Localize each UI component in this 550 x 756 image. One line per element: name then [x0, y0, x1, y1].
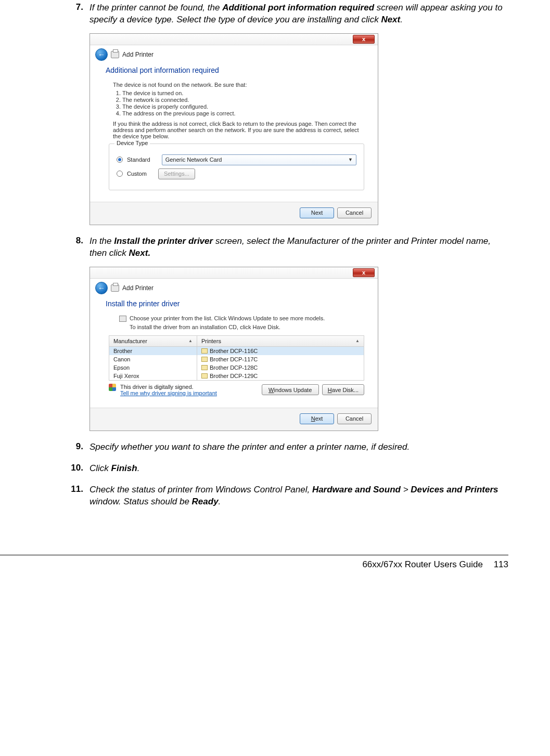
step-text: Click Finish.: [89, 463, 508, 475]
windows-update-button[interactable]: Windows Update: [262, 384, 319, 395]
page-number: 113: [494, 559, 508, 569]
dialog-breadcrumb: Add Printer: [122, 51, 154, 58]
next-button[interactable]: Next: [300, 413, 334, 424]
cancel-button[interactable]: Cancel: [337, 413, 372, 424]
step-number: 9.: [68, 441, 89, 452]
radio-standard-label: Standard: [127, 157, 150, 163]
device-type-group: Device Type Standard Generic Network Car…: [109, 144, 364, 190]
step-text: If the printer cannot be found, the Addi…: [89, 2, 508, 26]
list-item[interactable]: Brother DCP-116C: [197, 347, 364, 355]
cancel-button[interactable]: Cancel: [337, 207, 372, 218]
check-item: The network is connected.: [122, 97, 362, 103]
combo-value: Generic Network Card: [165, 157, 222, 163]
column-header-printers[interactable]: Printers▲: [197, 336, 364, 347]
list-item[interactable]: Epson: [109, 363, 197, 372]
list-item[interactable]: Brother DCP-117C: [197, 355, 364, 363]
have-disk-button[interactable]: Have Disk...: [322, 384, 364, 395]
settings-button[interactable]: Settings...: [158, 168, 195, 179]
footer-title: 66xx/67xx Router Users Guide: [362, 559, 483, 569]
standard-combo[interactable]: Generic Network Card ▼: [162, 154, 356, 165]
close-button[interactable]: x: [353, 35, 375, 44]
check-item: The device is turned on.: [122, 90, 362, 96]
printer-item-icon: [201, 348, 208, 354]
list-item[interactable]: Brother: [109, 347, 197, 355]
back-icon[interactable]: ←: [95, 282, 108, 294]
check-item: The address on the previous page is corr…: [122, 110, 362, 116]
shield-icon: [109, 384, 116, 391]
check-item: The device is properly configured.: [122, 103, 362, 110]
why-signing-link[interactable]: Tell me why driver signing is important: [120, 390, 217, 396]
printer-item-icon: [201, 373, 208, 379]
dialog-title: Additional port information required: [90, 63, 378, 80]
printer-icon: [111, 284, 119, 292]
chevron-down-icon: ▼: [348, 157, 353, 162]
back-icon[interactable]: ←: [95, 48, 108, 61]
list-item[interactable]: Brother DCP-128C: [197, 363, 364, 372]
step-number: 10.: [68, 463, 89, 473]
manufacturer-list[interactable]: Brother Canon Epson Fuji Xerox: [109, 347, 197, 380]
step-text: Check the status of printer from Windows…: [89, 484, 508, 508]
dialog-desc: Choose your printer from the list. Click…: [90, 315, 378, 322]
radio-custom-label: Custom: [127, 171, 147, 177]
step-text: In the Install the printer driver screen…: [89, 236, 508, 259]
step-text: Specify whether you want to share the pr…: [89, 441, 508, 453]
dialog-intro: The device is not found on the network. …: [113, 82, 362, 88]
step-number: 7.: [68, 2, 89, 12]
dialog-breadcrumb: Add Printer: [122, 284, 154, 292]
dialog-install-printer-driver: x ← Add Printer Install the printer driv…: [89, 267, 378, 431]
radio-standard[interactable]: [117, 157, 123, 163]
dialog-desc: To install the driver from an installati…: [90, 324, 378, 330]
printers-list[interactable]: Brother DCP-116C Brother DCP-117C Brothe…: [197, 347, 364, 380]
signed-text: This driver is digitally signed.: [120, 384, 217, 390]
list-item[interactable]: Brother DCP-129C: [197, 372, 364, 380]
dialog-title: Install the printer driver: [90, 296, 378, 313]
list-item[interactable]: Canon: [109, 355, 197, 363]
page-footer: 66xx/67xx Router Users Guide 113: [0, 555, 508, 585]
close-button[interactable]: x: [353, 268, 375, 277]
list-item[interactable]: Fuji Xerox: [109, 372, 197, 380]
dialog-hint: If you think the address is not correct,…: [113, 121, 362, 139]
column-header-manufacturer[interactable]: Manufacturer▲: [109, 336, 197, 347]
printer-icon: [119, 316, 126, 322]
group-legend: Device Type: [114, 140, 150, 146]
sort-icon: ▲: [188, 338, 193, 343]
printer-item-icon: [201, 365, 208, 370]
radio-custom[interactable]: [117, 171, 123, 177]
next-button[interactable]: Next: [300, 207, 334, 218]
dialog-additional-port-info: x ← Add Printer Additional port informat…: [89, 33, 378, 225]
step-number: 8.: [68, 236, 89, 246]
sort-icon: ▲: [355, 338, 360, 343]
printer-item-icon: [201, 357, 208, 362]
step-number: 11.: [68, 484, 89, 494]
printer-icon: [111, 51, 119, 58]
